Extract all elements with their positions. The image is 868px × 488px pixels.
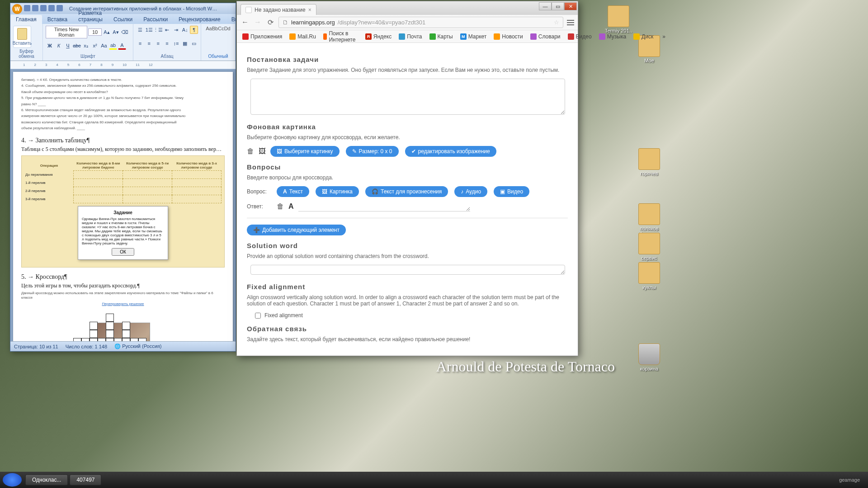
wallpaper-credit: Arnould de Potesta de Tornaco [436,358,615,375]
bullets-button[interactable]: ☰ [136,26,144,34]
case-button[interactable]: Aa [100,42,108,50]
font-name-select[interactable]: Times New Roman [46,26,87,38]
numbering-button[interactable]: 1☰ [145,26,153,34]
fixed-alignment-checkbox[interactable] [255,313,261,319]
back-button[interactable]: ← [241,18,250,27]
question-video-button[interactable]: ▣ Видео [494,186,529,197]
maximize-button[interactable]: ▭ [552,2,564,10]
justify-button[interactable]: ≡ [163,39,171,47]
crossword-image [64,309,182,341]
bookmark-item[interactable]: Новости [491,32,525,41]
bookmarks-overflow[interactable]: » [660,32,668,41]
desktop-icon[interactable]: Termiy 201.. [601,5,636,33]
close-button[interactable]: ✕ [564,2,577,10]
line-spacing-button[interactable]: ↕≡ [172,39,180,47]
bold-button[interactable]: Ж [46,42,54,50]
reload-button[interactable]: ⟳ [266,18,275,27]
bookmark-item[interactable]: Приложения [240,32,285,41]
quick-access-toolbar[interactable] [24,5,63,11]
format-answer-icon[interactable]: A [288,202,294,211]
page-content[interactable]: Постановка задачи Введите Задание для эт… [237,43,578,356]
clear-format-button[interactable]: ⌫ [121,28,129,36]
document-area[interactable]: битами). = 4 Кб. Определить количество с… [10,69,236,341]
taskbar-item[interactable]: Одноклас... [25,474,68,485]
horizontal-ruler[interactable]: 123456789101112 [10,61,236,69]
status-words[interactable]: Число слов: 1 148 [66,344,107,349]
font-size-select[interactable]: 10 [88,28,102,36]
question-tts-button[interactable]: 🎧 Текст для произнесения [365,186,448,197]
font-color-button[interactable]: A [118,42,126,50]
bookmark-icon: М [460,33,467,40]
bookmark-item[interactable]: Видео [565,32,594,41]
image-size-button[interactable]: ✎ Размер: 0 x 0 [346,146,399,157]
borders-button[interactable]: ▭ [190,39,198,47]
tab-close-icon[interactable]: × [308,7,311,13]
address-bar[interactable]: 🗋 learningapps.org/display?new=40&v=pyao… [278,17,563,28]
bookmark-item[interactable]: Карты [427,32,456,41]
bookmark-item[interactable]: Музыка [596,32,629,41]
desktop-icon[interactable]: сервис [632,233,666,261]
italic-button[interactable]: К [55,42,63,50]
taskbar-item[interactable]: 407497 [70,474,101,485]
grow-font-button[interactable]: A▴ [103,28,111,36]
desktop-icon[interactable]: корзина [632,343,666,371]
status-page[interactable]: Страница: 10 из 11 [14,344,58,349]
edit-image-button[interactable]: ✔ редактировать изображение [405,146,496,157]
bookmark-item[interactable]: ЯЯндекс [363,32,394,41]
shrink-font-button[interactable]: A▾ [112,28,120,36]
image-placeholder-icon[interactable]: 🖼 [259,147,266,155]
ribbon-tab[interactable]: Разметка страницы [73,9,108,24]
chrome-menu-button[interactable] [567,20,574,25]
align-left-button[interactable]: ≡ [136,39,144,47]
browser-tab[interactable]: Не задано название × [241,4,316,15]
bookmark-item[interactable]: Словари [528,32,563,41]
superscript-button[interactable]: x² [91,42,99,50]
ribbon-tab[interactable]: Вставка [42,15,73,24]
office-button[interactable]: W [12,4,22,14]
word-titlebar[interactable]: W Создание интерактивных приложений в об… [10,3,236,14]
paste-button[interactable]: Вставить [13,26,31,48]
question-image-button[interactable]: 🖼 Картинка [316,186,359,197]
answer-input[interactable] [298,202,470,211]
subscript-button[interactable]: x₂ [82,42,90,50]
add-element-button[interactable]: ➕ Добавить следующий элемент [247,225,346,235]
bookmark-item[interactable]: ММаркет [458,32,490,41]
desktop-icon[interactable]: горячев [632,148,666,176]
ribbon-tab[interactable]: Рецензирование [173,15,226,24]
shading-button[interactable]: ▦ [181,39,189,47]
desktop-icon[interactable]: куклы [632,262,666,290]
show-marks-button[interactable]: ¶ [190,26,198,34]
bookmark-item[interactable]: Mail.Ru [287,32,319,41]
forward-button[interactable]: → [253,18,262,27]
desktop-icon[interactable]: поляков блендер [632,203,666,237]
question-text-button[interactable]: A Текст [277,186,309,197]
ribbon-tab[interactable]: Главная [10,15,42,24]
multilevel-button[interactable]: ⋮☰ [154,26,162,34]
status-lang[interactable]: 🌐 Русский (Россия) [114,343,161,349]
ribbon-tab[interactable]: Рассылки [138,15,173,24]
align-center-button[interactable]: ≡ [145,39,153,47]
start-button[interactable] [3,473,22,487]
question-audio-button[interactable]: ♪ Аудио [454,186,487,197]
minimize-button[interactable]: — [539,2,552,10]
outdent-button[interactable]: ⇤ [163,26,171,34]
delete-answer-icon[interactable]: 🗑 [277,202,284,211]
delete-image-icon[interactable]: 🗑 [247,147,254,155]
align-right-button[interactable]: ≡ [154,39,162,47]
bookmark-item[interactable]: Почта [396,32,425,41]
choose-image-button[interactable]: 🖼 Выберите картинку [270,146,340,157]
folder-icon [638,148,660,170]
popup-ok-button[interactable]: ОК [112,248,134,256]
strike-button[interactable]: abc [73,42,81,50]
underline-button[interactable]: Ч [64,42,72,50]
solution-input[interactable] [250,265,565,275]
bookmark-star-icon[interactable]: ☆ [554,19,559,26]
sort-button[interactable]: A↓ [181,26,189,34]
bookmark-item[interactable]: Поиск в Интернете [321,29,361,44]
ribbon-tab[interactable]: Ссылки [108,15,138,24]
bookmark-item[interactable]: Диск [631,32,656,41]
doc-text: 4. Сообщение, записанное буквами из 256-… [21,84,225,88]
indent-button[interactable]: ⇥ [172,26,180,34]
task-textarea[interactable] [250,79,565,115]
highlight-button[interactable]: ab [109,42,117,50]
